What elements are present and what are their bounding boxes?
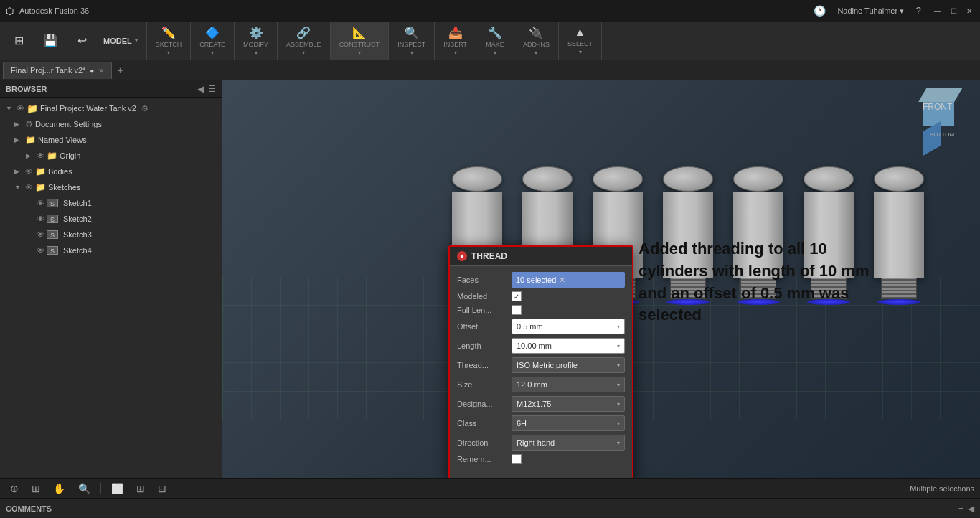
visibility-icon-bodies[interactable]: 👁	[25, 167, 33, 176]
tree-item-sketch4[interactable]: ▶ 👁 S Sketch4	[0, 242, 222, 258]
direction-arrow[interactable]: ▾	[617, 440, 620, 446]
thread-dialog: ● THREAD Faces 10 selected ✕ Modeled ✓	[448, 245, 633, 478]
help-icon[interactable]: ?	[915, 5, 921, 17]
orbit-button[interactable]: ⊞	[27, 481, 44, 496]
gear-icon-doc: ⚙	[25, 119, 33, 129]
snap-button[interactable]: ⊕	[6, 481, 23, 496]
remember-checkbox[interactable]	[512, 454, 522, 464]
length-input[interactable]: 10.00 mm ▾	[512, 338, 625, 354]
maximize-button[interactable]: ☐	[948, 6, 958, 16]
main-layout: BROWSER ◀ ☰ ▼ 👁 📁 Final Project Water Ta…	[0, 80, 980, 478]
tab-close-button[interactable]: ✕	[98, 67, 104, 75]
inspect-tool[interactable]: 🔍 INSPECT ▾	[393, 23, 430, 59]
create-tool[interactable]: 🔷 CREATE ▾	[195, 23, 230, 59]
viewport[interactable]: Added threading to all 10 cylinders with…	[222, 80, 980, 478]
class-arrow[interactable]: ▾	[617, 420, 620, 427]
designation-arrow[interactable]: ▾	[617, 401, 620, 408]
full-length-checkbox[interactable]	[512, 305, 522, 315]
doc-settings-label: Document Settings	[35, 120, 102, 128]
visibility-icon-project[interactable]: 👁	[17, 104, 24, 113]
visibility-icon-sketch4[interactable]: 👁	[37, 246, 44, 255]
history-icon[interactable]: 🕐	[814, 5, 826, 17]
remember-row: Remem...	[457, 454, 625, 464]
make-tool[interactable]: 🔧 MAKE ▾	[481, 23, 509, 59]
class-label: Class	[457, 419, 509, 428]
settings-icon-project[interactable]: ⚙	[141, 104, 149, 113]
designation-row: Designa... M12x1.75 ▾	[457, 396, 625, 412]
browser-collapse-icon[interactable]: ◀	[197, 84, 204, 94]
browser-tree: ▼ 👁 📁 Final Project Water Tank v2 ⚙ ▶ ⚙ …	[0, 98, 222, 478]
browser-menu-icon[interactable]: ☰	[208, 84, 216, 94]
minimize-button[interactable]: —	[933, 6, 943, 16]
faces-clear-button[interactable]: ✕	[559, 276, 565, 285]
save-button[interactable]: 💾	[36, 31, 65, 50]
tree-item-origin[interactable]: ▶ 👁 📁 Origin	[0, 148, 222, 164]
assemble-tool[interactable]: 🔗 ASSEMBLE ▾	[282, 23, 326, 59]
view-cube[interactable]: FRONT BOTTOM	[923, 88, 973, 138]
comments-expand-icon[interactable]: +	[958, 504, 963, 514]
pan-button[interactable]: ✋	[49, 481, 70, 496]
thread-dialog-close-button[interactable]: ●	[457, 251, 467, 261]
visibility-icon-sketches[interactable]: 👁	[25, 183, 33, 192]
tree-item-sketch2[interactable]: ▶ 👁 S Sketch2	[0, 211, 222, 227]
toolbar-section-inspect: 🔍 INSPECT ▾	[389, 22, 435, 60]
sketch4-label: Sketch4	[63, 246, 92, 255]
insert-tool[interactable]: 📥 INSERT ▾	[439, 23, 471, 59]
tree-item-doc-settings[interactable]: ▶ ⚙ Document Settings	[0, 116, 222, 132]
construct-tool[interactable]: 📐 CONSTRUCT ▾	[335, 23, 385, 59]
sketch4-icon: S	[47, 246, 58, 255]
modeled-checkbox[interactable]: ✓	[512, 291, 522, 301]
tree-item-bodies[interactable]: ▶ 👁 📁 Bodies	[0, 164, 222, 179]
tab-label: Final Proj...r Tank v2*	[11, 66, 85, 75]
size-dropdown[interactable]: 12.0 mm ▾	[512, 377, 625, 392]
size-row: Size 12.0 mm ▾	[457, 377, 625, 392]
tree-item-sketches[interactable]: ▼ 👁 📁 Sketches	[0, 179, 222, 195]
offset-input[interactable]: 0.5 mm ▾	[512, 319, 625, 334]
tree-item-named-views[interactable]: ▶ 📁 Named Views	[0, 132, 222, 148]
cube-front-label: FRONT	[923, 102, 952, 112]
thread-type-dropdown[interactable]: ISO Metric profile ▾	[512, 357, 625, 373]
designation-dropdown[interactable]: M12x1.75 ▾	[512, 396, 625, 412]
tab-add-button[interactable]: +	[112, 62, 128, 78]
addins-tool[interactable]: 🔌 ADD-INS ▾	[519, 23, 554, 59]
zoom-button[interactable]: 🔍	[74, 481, 95, 496]
faces-pill[interactable]: 10 selected ✕	[512, 272, 625, 288]
select-tool[interactable]: ▲ SELECT ▾	[563, 23, 597, 58]
render-button[interactable]: ⊟	[154, 481, 171, 496]
direction-dropdown[interactable]: Right hand ▾	[512, 435, 625, 451]
sketch3-icon: S	[47, 230, 58, 239]
faces-label: Faces	[457, 276, 509, 284]
length-row: Length 10.00 mm ▾	[457, 338, 625, 354]
workspace-selector[interactable]: MODEL▾	[99, 34, 142, 48]
size-value: 12.0 mm	[517, 380, 547, 389]
document-tab[interactable]: Final Proj...r Tank v2* ● ✕	[3, 62, 112, 79]
sketch-tool[interactable]: ✏️ SKETCH ▾	[151, 23, 187, 59]
thread-type-arrow[interactable]: ▾	[617, 362, 620, 369]
offset-dropdown-arrow[interactable]: ▾	[617, 324, 620, 330]
modify-tool[interactable]: ⚙️ MODIFY ▾	[239, 23, 273, 59]
sketch1-icon: S	[47, 199, 58, 207]
user-name[interactable]: Nadine Tuhaimer ▾	[837, 6, 904, 16]
tree-item-project[interactable]: ▼ 👁 📁 Final Project Water Tank v2 ⚙	[0, 100, 222, 116]
visibility-icon-sketch3[interactable]: 👁	[37, 230, 44, 239]
comments-collapse-icon[interactable]: ◀	[968, 504, 974, 514]
cube-top-face[interactable]	[918, 88, 963, 102]
toolbar-section-make: 🔧 MAKE ▾	[476, 22, 514, 60]
thread-type-label: Thread...	[457, 361, 509, 369]
grid-button[interactable]: ⊞	[4, 31, 33, 50]
close-button[interactable]: ✕	[964, 6, 974, 16]
direction-value: Right hand	[517, 438, 555, 447]
visibility-icon-sketch1[interactable]: 👁	[37, 199, 44, 207]
tree-item-sketch3[interactable]: ▶ 👁 S Sketch3	[0, 227, 222, 242]
toolbar-section-create: 🔷 CREATE ▾	[191, 22, 235, 60]
grid-button[interactable]: ⊞	[132, 481, 149, 496]
size-arrow[interactable]: ▾	[617, 382, 620, 388]
length-dropdown-arrow[interactable]: ▾	[617, 343, 620, 349]
tree-item-sketch1[interactable]: ▶ 👁 S Sketch1	[0, 195, 222, 211]
visibility-icon-sketch2[interactable]: 👁	[37, 215, 44, 223]
visibility-icon-origin[interactable]: 👁	[37, 151, 44, 160]
cyl-top-5	[733, 166, 783, 192]
class-dropdown[interactable]: 6H ▾	[512, 415, 625, 431]
undo-button[interactable]: ↩	[67, 31, 96, 50]
view-button[interactable]: ⬜	[107, 481, 128, 496]
